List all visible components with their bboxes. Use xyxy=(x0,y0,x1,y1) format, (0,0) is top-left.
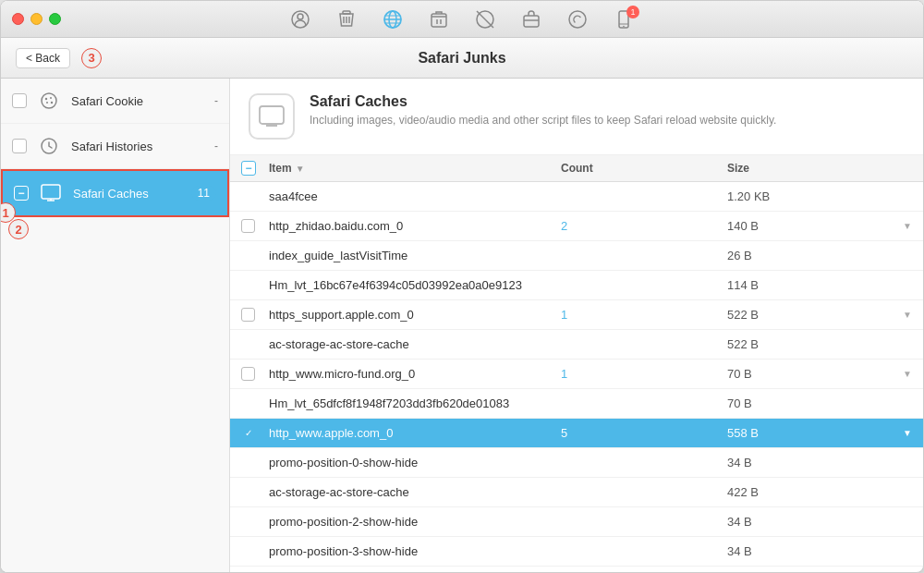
table-row: ac-storage-ac-store-cache 522 B xyxy=(230,330,923,360)
row-size-ac-storage1: 522 B xyxy=(727,337,894,351)
zhidao-checkbox[interactable] xyxy=(241,219,255,233)
table-row[interactable]: http_zhidao.baidu.com_0 2 140 B ▼ xyxy=(230,212,923,241)
item-column-label: Item xyxy=(269,162,292,175)
table-row: promo-position-4-show-hide 34 B xyxy=(230,567,923,572)
main-window: 1 < Back 3 Safari Junks xyxy=(0,0,924,573)
th-size[interactable]: Size xyxy=(727,162,894,175)
svg-rect-15 xyxy=(524,16,539,27)
content-header-icon xyxy=(249,93,295,140)
sidebar-item-safari-cookie[interactable]: Safari Cookie - xyxy=(1,79,229,124)
toolkit-icon-btn[interactable] xyxy=(521,9,541,30)
row-name-hm-lvt2: Hm_lvt_65dfcf8f1948f7203dd3fb620de01083 xyxy=(269,396,561,410)
safari-caches-label: Safari Caches xyxy=(73,187,182,201)
table-row: ac-storage-ac-store-cache 422 B xyxy=(230,478,923,507)
row-size-promo3: 34 B xyxy=(727,544,894,558)
content-area: Safari Caches Including images, video/au… xyxy=(230,79,923,572)
row-check-zhidao[interactable] xyxy=(241,219,269,233)
internet-icon-btn[interactable] xyxy=(383,9,403,30)
row-count-microfund: 1 xyxy=(561,367,727,381)
support-checkbox[interactable] xyxy=(241,308,255,322)
svg-point-25 xyxy=(51,102,53,104)
title-bar: 1 xyxy=(1,1,923,38)
row-name-support: https_support.apple.com_0 xyxy=(269,308,561,322)
row-size-hm-lvt: 114 B xyxy=(727,278,894,292)
safari-histories-label: Safari Histories xyxy=(71,140,205,153)
table-row: promo-position-0-show-hide 34 B xyxy=(230,448,923,478)
maximize-button[interactable] xyxy=(49,13,61,25)
mobile-icon-btn[interactable]: 1 xyxy=(614,9,634,30)
table-row: Hm_lvt_16bc67e4f6394c05d03992ea0a0e9123 … xyxy=(230,271,923,300)
step2-badge: 2 xyxy=(8,219,29,239)
th-check: − xyxy=(241,161,269,176)
th-count[interactable]: Count xyxy=(561,162,727,175)
table-header: − Item ▼ Count Size xyxy=(230,155,923,182)
row-name-promo3: promo-position-3-show-hide xyxy=(269,544,561,558)
caches-minus-icon[interactable]: − xyxy=(14,186,29,201)
histories-icon xyxy=(36,133,62,159)
privacy2-icon-btn[interactable] xyxy=(475,9,495,30)
table-container[interactable]: − Item ▼ Count Size saa4fcee 1.20 KB xyxy=(230,155,923,572)
back-button[interactable]: < Back xyxy=(16,48,70,68)
caches-icon xyxy=(38,180,64,206)
row-name-microfund: http_www.micro-fund.org_0 xyxy=(269,367,561,381)
sidebar-item-safari-histories[interactable]: Safari Histories - xyxy=(1,124,229,169)
apple-checkbox[interactable]: ✓ xyxy=(241,426,255,440)
row-size-promo2: 34 B xyxy=(727,515,894,529)
svg-point-20 xyxy=(623,25,625,27)
svg-point-21 xyxy=(42,93,56,108)
page-title: Safari Junks xyxy=(418,50,505,67)
svg-point-24 xyxy=(46,102,48,104)
table-row[interactable]: ✓ http_www.apple.com_0 5 558 B ▼ xyxy=(230,419,923,448)
row-expand-zhidao[interactable]: ▼ xyxy=(894,221,912,231)
microfund-checkbox[interactable] xyxy=(241,367,255,381)
content-header: Safari Caches Including images, video/au… xyxy=(230,79,923,155)
window-controls xyxy=(1,13,61,25)
content-title: Safari Caches xyxy=(310,93,776,110)
main-content: Safari Cookie - Safari Histories - − xyxy=(1,79,923,572)
privacy-icon-btn[interactable] xyxy=(290,9,310,30)
row-name-promo0: promo-position-0-show-hide xyxy=(269,456,561,469)
svg-rect-30 xyxy=(260,106,284,124)
header-minus-icon[interactable]: − xyxy=(241,161,256,176)
table-row: promo-position-2-show-hide 34 B xyxy=(230,507,923,537)
sidebar-item-safari-caches[interactable]: − Safari Caches 11 1 xyxy=(1,169,229,217)
safari-cookie-label: Safari Cookie xyxy=(71,94,205,108)
safari-cookie-count: - xyxy=(214,94,218,107)
row-size-hm-lvt2: 70 B xyxy=(727,396,894,410)
row-size-saa4fcee: 1.20 KB xyxy=(727,189,894,203)
histories-checkbox[interactable] xyxy=(12,139,27,153)
row-expand-apple[interactable]: ▼ xyxy=(894,428,912,438)
svg-point-23 xyxy=(50,97,52,99)
row-name-saa4fcee: saa4fcee xyxy=(269,189,561,203)
safari-histories-count: - xyxy=(214,140,218,152)
svg-rect-9 xyxy=(432,14,446,27)
table-row[interactable]: saa4fcee 1.20 KB xyxy=(230,182,923,212)
svg-rect-27 xyxy=(42,185,60,199)
row-check-apple[interactable]: ✓ xyxy=(241,426,269,440)
row-size-apple: 558 B xyxy=(727,426,894,440)
row-check-support[interactable] xyxy=(241,308,269,322)
row-check-microfund[interactable] xyxy=(241,367,269,381)
copyright-icon-btn[interactable] xyxy=(567,9,588,30)
row-name-hm-lvt: Hm_lvt_16bc67e4f6394c05d03992ea0a0e9123 xyxy=(269,278,561,292)
cookie-checkbox[interactable] xyxy=(12,93,27,108)
row-size-index-guide: 26 B xyxy=(727,249,894,262)
table-row: index_guide_lastVisitTime 26 B xyxy=(230,241,923,271)
row-name-index-guide: index_guide_lastVisitTime xyxy=(269,249,561,262)
table-row: promo-position-3-show-hide 34 B xyxy=(230,537,923,567)
row-size-zhidao: 140 B xyxy=(727,219,894,233)
row-expand-microfund[interactable]: ▼ xyxy=(894,369,912,379)
row-expand-support[interactable]: ▼ xyxy=(894,310,912,320)
close-button[interactable] xyxy=(12,13,24,25)
th-item[interactable]: Item ▼ xyxy=(269,162,561,175)
toolbar-row: < Back 3 Safari Junks xyxy=(1,38,923,79)
clean-icon-btn[interactable] xyxy=(336,9,357,30)
step3-badge: 3 xyxy=(81,48,102,68)
content-description: Including images, video/audio media and … xyxy=(310,114,776,127)
table-row[interactable]: http_www.micro-fund.org_0 1 70 B ▼ xyxy=(230,360,923,389)
uninstall-icon-btn[interactable] xyxy=(429,9,449,30)
row-name-apple: http_www.apple.com_0 xyxy=(269,426,561,440)
minimize-button[interactable] xyxy=(30,13,43,25)
row-name-promo2: promo-position-2-show-hide xyxy=(269,515,561,529)
table-row[interactable]: https_support.apple.com_0 1 522 B ▼ xyxy=(230,300,923,330)
